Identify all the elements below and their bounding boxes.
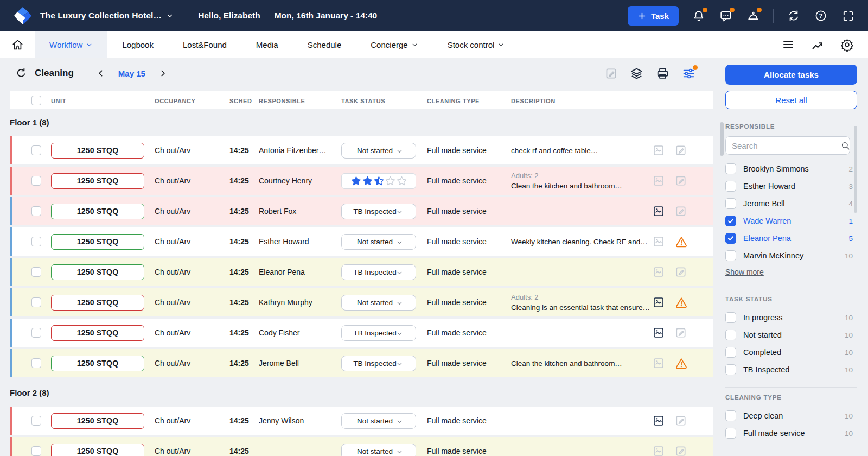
filter-checkbox[interactable]: [725, 347, 736, 358]
filter-item-wade-warren[interactable]: Wade Warren1: [725, 212, 857, 230]
edit-icon[interactable]: [675, 205, 687, 217]
help-button[interactable]: ?: [814, 9, 828, 23]
settings-button[interactable]: [840, 38, 854, 52]
previous-day-button[interactable]: [97, 69, 105, 78]
unit-badge[interactable]: 1250 STQQ: [51, 204, 144, 219]
filter-checkbox[interactable]: [725, 233, 736, 244]
next-day-button[interactable]: [158, 69, 167, 78]
sidebar-scrollbar[interactable]: [854, 126, 857, 213]
task-status-dropdown[interactable]: Not started: [341, 143, 416, 159]
row-checkbox[interactable]: [31, 267, 41, 277]
filter-item-in-progress[interactable]: In progress10: [725, 309, 857, 326]
filter-checkbox[interactable]: [725, 163, 736, 174]
show-more-link[interactable]: Show more: [725, 268, 764, 276]
row-checkbox[interactable]: [31, 358, 41, 368]
unit-badge[interactable]: 1250 STQQ: [51, 173, 144, 189]
filter-item-completed[interactable]: Completed10: [725, 344, 857, 361]
photo-icon[interactable]: [653, 175, 665, 187]
filter-checkbox[interactable]: [725, 181, 736, 192]
edit-icon[interactable]: [675, 266, 687, 278]
filters-button[interactable]: [682, 67, 695, 80]
print-button[interactable]: [656, 67, 669, 80]
fullscreen-button[interactable]: [841, 9, 855, 23]
nav-tab-stock-control[interactable]: Stock control: [433, 31, 520, 58]
photo-icon[interactable]: [653, 415, 665, 427]
photo-icon[interactable]: [653, 296, 665, 308]
filter-checkbox[interactable]: [725, 216, 736, 226]
unit-badge[interactable]: 1250 STQQ: [51, 444, 144, 456]
search-input[interactable]: [725, 136, 850, 155]
sync-button[interactable]: [787, 9, 801, 23]
table-scrollbar[interactable]: [720, 122, 724, 156]
chevron-down-icon[interactable]: [166, 12, 174, 20]
filter-item-tb-inspected[interactable]: TB Inspected10: [725, 361, 857, 378]
task-status-dropdown[interactable]: TB Inspected: [341, 204, 416, 219]
unit-badge[interactable]: 1250 STQQ: [51, 356, 144, 371]
refresh-button[interactable]: [15, 67, 27, 79]
unit-badge[interactable]: 1250 STQQ: [51, 295, 144, 311]
unit-badge[interactable]: 1250 STQQ: [51, 264, 144, 280]
task-status-dropdown[interactable]: TB Inspected: [341, 325, 416, 341]
filter-item-full-made-service[interactable]: Full made service10: [725, 425, 857, 442]
unit-badge[interactable]: 1250 STQQ: [51, 143, 144, 159]
bulk-edit-button[interactable]: [605, 67, 617, 80]
row-checkbox[interactable]: [31, 416, 41, 426]
task-status-dropdown[interactable]: Not started: [341, 413, 416, 429]
row-checkbox[interactable]: [31, 446, 41, 456]
edit-icon[interactable]: [675, 445, 687, 456]
row-checkbox[interactable]: [31, 328, 41, 338]
photo-icon[interactable]: [653, 144, 665, 156]
allocate-tasks-button[interactable]: Allocate tasks: [725, 65, 857, 85]
warning-icon[interactable]: [675, 235, 688, 248]
warning-icon[interactable]: [675, 296, 688, 309]
select-all-checkbox[interactable]: [31, 96, 41, 105]
filter-checkbox[interactable]: [725, 330, 736, 340]
reset-all-button[interactable]: Reset all: [725, 91, 857, 109]
task-status-dropdown[interactable]: TB Inspected: [341, 356, 416, 371]
notifications-bell-button[interactable]: [692, 9, 706, 23]
row-checkbox[interactable]: [31, 206, 41, 216]
filter-item-brooklyn-simmons[interactable]: Brooklyn Simmons2: [725, 160, 857, 178]
task-status-dropdown[interactable]: Not started: [341, 234, 416, 250]
nav-home-button[interactable]: [0, 31, 35, 58]
photo-icon[interactable]: [653, 357, 665, 369]
filter-item-deep-clean[interactable]: Deep clean10: [725, 407, 857, 425]
filter-checkbox[interactable]: [725, 198, 736, 209]
task-status-dropdown[interactable]: Not started: [341, 444, 416, 456]
unit-badge[interactable]: 1250 STQQ: [51, 413, 144, 429]
task-status-dropdown[interactable]: TB Inspected: [341, 264, 416, 280]
filter-item-jerome-bell[interactable]: Jerome Bell4: [725, 195, 857, 212]
filter-item-not-started[interactable]: Not started10: [725, 326, 857, 344]
photo-icon[interactable]: [653, 205, 665, 217]
nav-tab-workflow[interactable]: Workflow: [35, 31, 107, 58]
row-checkbox[interactable]: [31, 145, 41, 155]
filter-checkbox[interactable]: [725, 250, 736, 261]
nav-tab-concierge[interactable]: Concierge: [356, 31, 432, 58]
add-task-button[interactable]: Task: [628, 6, 679, 26]
photo-icon[interactable]: [653, 266, 665, 278]
nav-tab-logbook[interactable]: Logbook: [107, 31, 168, 58]
filter-checkbox[interactable]: [725, 410, 736, 421]
filter-item-eleanor-pena[interactable]: Eleanor Pena5: [725, 230, 857, 247]
edit-icon[interactable]: [675, 327, 687, 339]
nav-tab-schedule[interactable]: Schedule: [293, 31, 356, 58]
filter-checkbox[interactable]: [725, 364, 736, 375]
nav-tab-media[interactable]: Media: [241, 31, 293, 58]
nav-tab-lost-found[interactable]: Lost&Found: [168, 31, 241, 58]
warning-icon[interactable]: [675, 357, 688, 370]
current-date-label[interactable]: May 15: [118, 69, 145, 78]
filter-checkbox[interactable]: [725, 312, 736, 323]
rating-stars[interactable]: [341, 173, 416, 189]
edit-icon[interactable]: [675, 144, 687, 156]
filter-checkbox[interactable]: [725, 428, 736, 439]
photo-icon[interactable]: [653, 327, 665, 339]
menu-button[interactable]: [782, 38, 795, 51]
unit-badge[interactable]: 1250 STQQ: [51, 325, 144, 341]
task-status-dropdown[interactable]: Not started: [341, 295, 416, 311]
row-checkbox[interactable]: [31, 176, 41, 186]
edit-icon[interactable]: [675, 415, 687, 427]
row-checkbox[interactable]: [31, 237, 41, 246]
hotel-selector-label[interactable]: The Luxury Collection Hotel…: [40, 11, 162, 21]
messages-button[interactable]: [719, 9, 733, 23]
filter-item-esther-howard[interactable]: Esther Howard3: [725, 178, 857, 195]
